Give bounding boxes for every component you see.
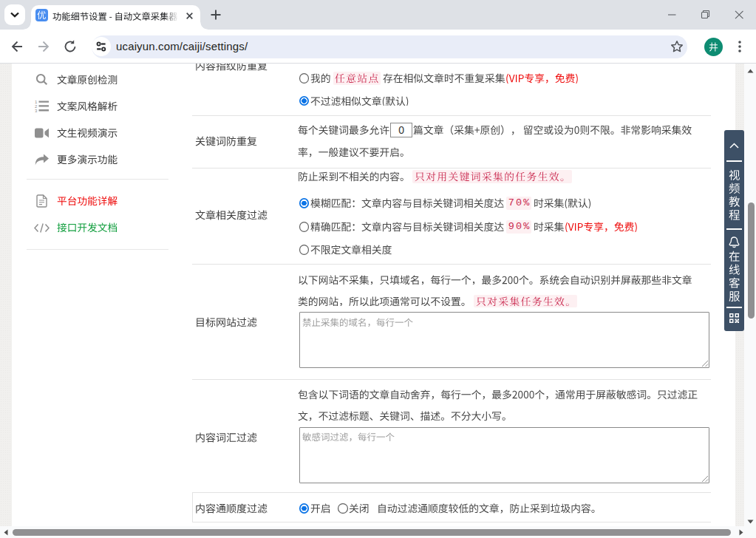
svg-text:3: 3 <box>35 109 38 112</box>
